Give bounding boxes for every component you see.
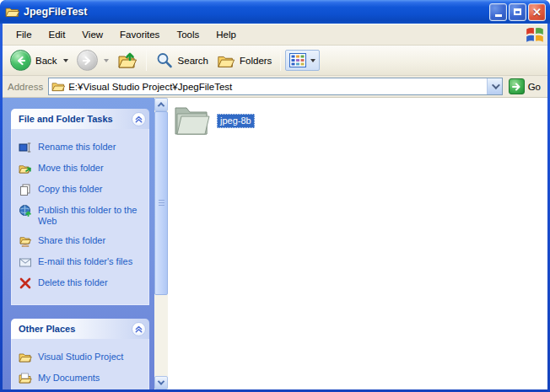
menu-edit[interactable]: Edit [40, 26, 74, 43]
file-list-area[interactable]: jpeg-8b [168, 98, 547, 389]
share-icon [19, 234, 32, 248]
sidebar-scrollbar[interactable] [154, 98, 168, 389]
toolbar-separator [280, 50, 281, 71]
back-button[interactable]: Back [6, 48, 73, 72]
menu-help[interactable]: Help [208, 26, 245, 43]
task-label: Copy this folder [38, 183, 102, 195]
back-dropdown-icon[interactable] [63, 59, 68, 62]
publish-icon [19, 204, 32, 217]
minimize-icon [495, 14, 502, 17]
search-button[interactable]: Search [151, 50, 213, 72]
scrollbar-track[interactable] [154, 295, 168, 376]
collapse-button[interactable] [132, 112, 146, 126]
window-folder-icon [5, 6, 19, 18]
place-visual-studio-project[interactable]: Visual Studio Project [19, 351, 143, 364]
other-places-header[interactable]: Other Places [11, 319, 149, 339]
main-area: File and Folder Tasks Rename this folde [3, 98, 547, 389]
rename-icon [19, 141, 32, 154]
place-label: My Documents [38, 372, 100, 384]
address-dropdown-button[interactable] [487, 78, 502, 94]
task-share-folder[interactable]: Share this folder [19, 234, 143, 248]
menu-file[interactable]: File [8, 26, 40, 43]
panel-title: File and Folder Tasks [19, 114, 132, 124]
toolbar-separator [146, 50, 147, 71]
go-label: Go [528, 82, 541, 92]
place-my-documents[interactable]: My Documents [19, 372, 143, 385]
menu-view[interactable]: View [73, 26, 111, 43]
menu-bar: File Edit View Favorites Tools Help [3, 24, 547, 46]
task-label: Share this folder [38, 234, 105, 246]
menu-favorites[interactable]: Favorites [111, 26, 168, 43]
email-icon [19, 255, 32, 269]
my-documents-icon [19, 372, 32, 385]
explorer-window: JpegFileTest ✕ File Edit View Favorites … [0, 0, 550, 392]
maximize-button[interactable] [509, 3, 526, 21]
copy-icon [19, 183, 32, 196]
folder-icon [19, 351, 32, 364]
task-email-folder-files[interactable]: E-mail this folder's files [19, 255, 143, 269]
back-icon [10, 50, 31, 71]
chevron-double-up-icon [135, 115, 143, 123]
address-label: Address [6, 82, 48, 92]
views-button[interactable] [285, 50, 320, 71]
up-button[interactable] [113, 49, 142, 72]
scrollbar-thumb[interactable] [154, 111, 168, 295]
file-and-folder-tasks-body: Rename this folder Move this folder [11, 129, 149, 305]
task-pane: File and Folder Tasks Rename this folde [3, 98, 154, 389]
place-label: Visual Studio Project [38, 351, 123, 362]
chevron-down-icon [492, 81, 500, 89]
forward-icon [77, 50, 98, 71]
file-and-folder-tasks-panel: File and Folder Tasks Rename this folde [11, 109, 149, 305]
folder-up-icon [117, 51, 138, 71]
address-path: E:¥Visual Studio Project¥JpegFileTest [68, 82, 486, 92]
other-places-panel: Other Places Visual Studio Project [11, 319, 149, 389]
task-label: Rename this folder [38, 141, 116, 153]
go-button[interactable] [509, 78, 525, 94]
collapse-button[interactable] [132, 322, 146, 336]
folder-cut-icon [173, 105, 212, 137]
views-icon [289, 53, 306, 67]
go-arrow-icon [511, 82, 521, 92]
task-rename-folder[interactable]: Rename this folder [19, 141, 143, 154]
file-item-jpeg-8b[interactable]: jpeg-8b [173, 105, 255, 137]
task-label: E-mail this folder's files [38, 255, 132, 267]
forward-button[interactable] [73, 48, 113, 72]
task-move-folder[interactable]: Move this folder [19, 162, 143, 175]
task-delete-folder[interactable]: Delete this folder [19, 277, 143, 290]
panel-title: Other Places [19, 324, 132, 334]
forward-dropdown-icon [104, 59, 109, 62]
task-label: Move this folder [38, 162, 104, 174]
task-label: Publish this folder to the Web [38, 204, 143, 227]
folders-button[interactable]: Folders [213, 50, 276, 72]
window-title: JpegFileTest [24, 6, 489, 18]
views-dropdown-icon [310, 59, 315, 62]
search-label: Search [178, 56, 208, 66]
address-folder-icon [51, 81, 65, 92]
task-label: Delete this folder [38, 277, 108, 288]
scroll-up-button[interactable] [154, 98, 168, 111]
close-button[interactable]: ✕ [528, 3, 546, 21]
address-bar: Address E:¥Visual Studio Project¥JpegFil… [3, 76, 547, 98]
go-group[interactable]: Go [503, 78, 544, 94]
title-bar[interactable]: JpegFileTest ✕ [0, 0, 550, 24]
move-icon [19, 162, 32, 175]
file-and-folder-tasks-header[interactable]: File and Folder Tasks [11, 109, 149, 129]
scrollbar-grip [159, 200, 164, 207]
menu-tools[interactable]: Tools [168, 26, 208, 43]
task-publish-folder[interactable]: Publish this folder to the Web [19, 204, 143, 227]
minimize-button[interactable] [489, 3, 507, 21]
chevron-down-icon [158, 378, 164, 384]
task-copy-folder[interactable]: Copy this folder [19, 183, 143, 196]
back-label: Back [35, 56, 57, 66]
chevron-up-icon [158, 102, 164, 109]
maximize-icon [514, 8, 521, 15]
close-icon: ✕ [532, 7, 542, 18]
file-label[interactable]: jpeg-8b [217, 114, 255, 128]
address-input[interactable]: E:¥Visual Studio Project¥JpegFileTest [48, 78, 502, 95]
folders-label: Folders [240, 56, 272, 66]
scroll-down-button[interactable] [154, 376, 168, 389]
delete-icon [19, 277, 32, 290]
chevron-double-up-icon [135, 325, 143, 333]
folders-icon [217, 51, 235, 70]
other-places-body: Visual Studio Project My Documents [11, 339, 149, 389]
